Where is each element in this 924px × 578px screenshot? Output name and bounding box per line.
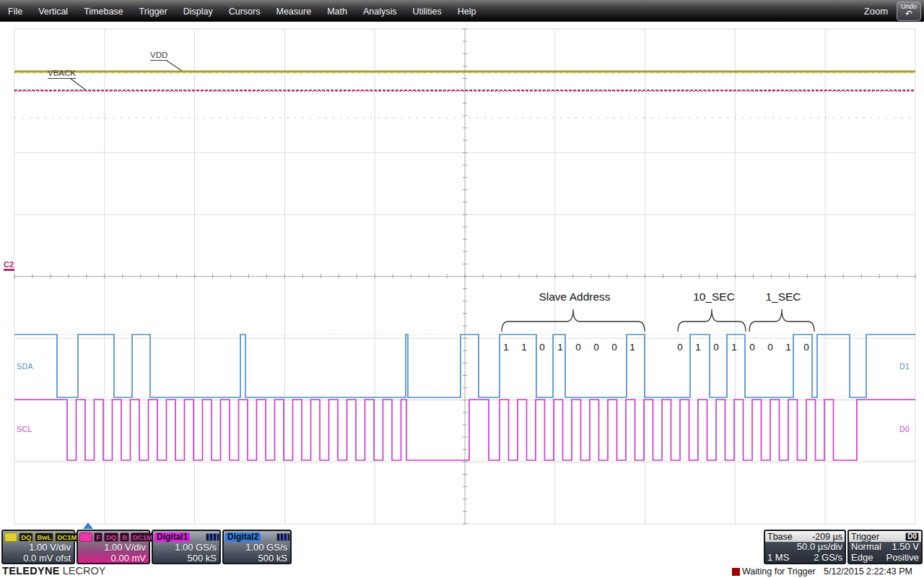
vback-leader-line <box>71 79 85 90</box>
trigger-title: Trigger <box>851 532 879 542</box>
trigger-source-badge: D0 <box>905 532 919 541</box>
menu-item-measure[interactable]: Measure <box>268 7 319 17</box>
bit-value: 0 <box>707 342 725 353</box>
channel-c1-descriptor[interactable]: C1 DQ BwL DC1M 1.00 V/div 0.0 mV ofst <box>1 530 75 564</box>
channel-digital1-descriptor[interactable]: Digital1 1.00 GS/s 500 kS <box>152 530 221 564</box>
c1-badge-coupling: DC1M <box>55 532 79 542</box>
menu-item-help[interactable]: Help <box>450 7 484 17</box>
timebase-delay: -209 µs <box>812 532 842 542</box>
c2-marker-bar <box>4 269 14 271</box>
bit-value: 0 <box>671 342 689 353</box>
c1-badge-bwl: BwL <box>35 532 53 542</box>
bit-value: 1 <box>780 342 797 353</box>
annotation-brace <box>502 309 645 332</box>
c1-badge-row: C1 DQ BwL DC1M <box>4 532 79 542</box>
bit-value: 0 <box>798 342 815 353</box>
bit-value: 1 <box>552 342 569 353</box>
menu-item-file[interactable]: File <box>0 7 30 17</box>
d1-line-label: D1 <box>899 362 910 371</box>
trigger-status-led-icon <box>732 568 740 576</box>
digital1-samples: 500 kS <box>188 553 217 564</box>
menu-item-cursors[interactable]: Cursors <box>221 7 269 17</box>
menu-item-analysis[interactable]: Analysis <box>355 7 405 17</box>
channel-c2-descriptor[interactable]: C2 F DQ B DC1M 1.00 V/div 0.00 mV <box>77 530 150 564</box>
undo-arrow-icon: ↶ <box>897 10 920 18</box>
vdd-leader-line <box>167 61 182 71</box>
trigger-position-marker-icon[interactable] <box>83 522 93 529</box>
vback-trace-label: VBACK <box>48 69 76 79</box>
scl-bus-label: SCL <box>17 425 32 434</box>
undo-button[interactable]: Undo ↶ <box>897 1 921 21</box>
c2-channel-marker: C2 <box>4 260 14 271</box>
time-per-div: 50.0 µs/div <box>797 542 842 553</box>
menu-item-trigger[interactable]: Trigger <box>131 7 175 17</box>
annotation-label: 1_SEC <box>765 290 801 303</box>
digital1-sample-rate: 1.00 GS/s <box>175 542 217 553</box>
c2-badge-f: F <box>94 532 103 542</box>
d0-line-label: D0 <box>899 425 910 434</box>
memory-samples: 1 MS <box>767 553 789 564</box>
bus-icon <box>206 533 219 541</box>
menu-bar: FileVerticalTimebaseTriggerDisplayCursor… <box>0 0 924 22</box>
c2-badge-b: B <box>120 532 129 542</box>
bit-value: 1 <box>624 342 641 353</box>
datetime-display: 5/12/2015 2:22:43 PM <box>824 566 912 577</box>
bit-value: 0 <box>762 342 779 353</box>
c1-name-badge: C1 <box>4 532 17 542</box>
c2-volts-per-div: 1.00 V/div <box>104 542 146 553</box>
bit-value: 0 <box>588 342 605 353</box>
timebase-title: Tbase <box>767 532 793 542</box>
bit-value: 0 <box>570 342 587 353</box>
digital1-name: Digital1 <box>154 532 190 542</box>
c1-offset: 0.0 mV ofst <box>23 553 71 564</box>
logo-sub: LECROY <box>63 565 106 577</box>
vdd-trace-label: VDD <box>150 51 167 61</box>
c1-volts-per-div: 1.00 V/div <box>29 542 71 553</box>
c2-offset: 0.00 mV <box>111 553 146 564</box>
bit-value: 1 <box>725 342 743 353</box>
digital1-header: Digital1 <box>154 532 219 542</box>
logo-brand: TELEDYNE <box>2 565 60 577</box>
bit-value: 0 <box>744 342 761 353</box>
bit-value: 1 <box>497 342 515 353</box>
c1-badge-dq: DQ <box>19 532 33 542</box>
bit-value: 1 <box>689 342 707 353</box>
menu-item-utilities[interactable]: Utilities <box>404 7 449 17</box>
annotation-brace <box>749 309 814 332</box>
digital2-samples: 500 kS <box>258 553 287 564</box>
menu-bar-right: Zoom Undo ↶ <box>864 0 921 22</box>
acquisition-status-text: Waiting for Trigger <box>742 566 816 577</box>
digital2-name: Digital2 <box>225 532 261 542</box>
menu-item-vertical[interactable]: Vertical <box>30 7 76 17</box>
trigger-descriptor[interactable]: Trigger D0 Normal 1.50 V Edge Positive <box>847 530 923 564</box>
bit-value: 0 <box>533 342 551 353</box>
bit-value: 0 <box>606 342 623 353</box>
bit-value: 1 <box>515 342 533 353</box>
menu-item-display[interactable]: Display <box>175 7 221 17</box>
bus-icon <box>276 533 290 541</box>
teledyne-lecroy-logo: TELEDYNELECROY <box>2 565 105 577</box>
trigger-type: Edge <box>851 553 873 564</box>
menu-item-math[interactable]: Math <box>319 7 355 17</box>
c2-badge-row: C2 F DQ B DC1M <box>79 532 154 542</box>
menu-items: FileVerticalTimebaseTriggerDisplayCursor… <box>0 4 484 17</box>
channel-digital2-descriptor[interactable]: Digital2 1.00 GS/s 500 kS <box>222 530 292 564</box>
trigger-slope: Positive <box>886 553 919 564</box>
annotation-label: Slave Address <box>539 290 610 303</box>
waveform-display <box>0 0 924 578</box>
zoom-menu-label[interactable]: Zoom <box>864 6 888 17</box>
c2-name-badge: C2 <box>79 532 92 542</box>
c2-badge-dq: DQ <box>104 532 118 542</box>
acquisition-status: Waiting for Trigger <box>732 566 816 577</box>
timebase-descriptor[interactable]: Tbase -209 µs 50.0 µs/div 1 MS 2 GS/s <box>764 530 846 564</box>
sda-bus-label: SDA <box>17 362 33 371</box>
sample-rate: 2 GS/s <box>814 553 842 564</box>
digital2-sample-rate: 1.00 GS/s <box>245 542 287 553</box>
digital2-header: Digital2 <box>225 532 290 542</box>
annotation-label: 10_SEC <box>693 290 735 303</box>
c2-marker-label: C2 <box>4 260 14 269</box>
trigger-mode: Normal <box>851 542 881 553</box>
trigger-level: 1.50 V <box>892 542 919 553</box>
menu-item-timebase[interactable]: Timebase <box>76 7 131 17</box>
